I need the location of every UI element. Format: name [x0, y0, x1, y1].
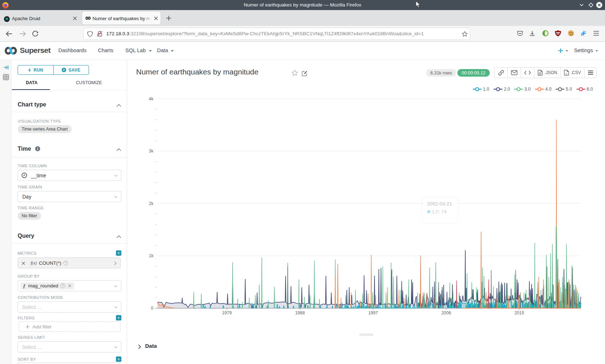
svg-text:2k: 2k — [149, 201, 154, 206]
svg-text:6.0: 6.0 — [587, 87, 593, 92]
svg-text:1k: 1k — [149, 253, 154, 258]
svg-text:2015: 2015 — [515, 310, 524, 315]
svg-text:4.0: 4.0 — [545, 87, 551, 92]
svg-text:1997: 1997 — [368, 310, 378, 315]
svg-text:3k: 3k — [149, 149, 154, 154]
svg-text:3.0: 3.0 — [524, 87, 530, 92]
svg-text:?: ? — [65, 261, 67, 265]
svg-text:5.0: 5.0 — [566, 87, 572, 92]
svg-text:1.0: 1.0 — [483, 87, 489, 92]
svg-text:1979: 1979 — [222, 310, 232, 315]
svg-text:2006: 2006 — [442, 310, 451, 315]
svg-text:2.0: 2.0 — [504, 87, 510, 92]
svg-text:1988: 1988 — [295, 310, 305, 315]
svg-text:?: ? — [62, 284, 64, 287]
svg-text:0: 0 — [151, 306, 153, 311]
svg-text:4k: 4k — [149, 96, 154, 101]
